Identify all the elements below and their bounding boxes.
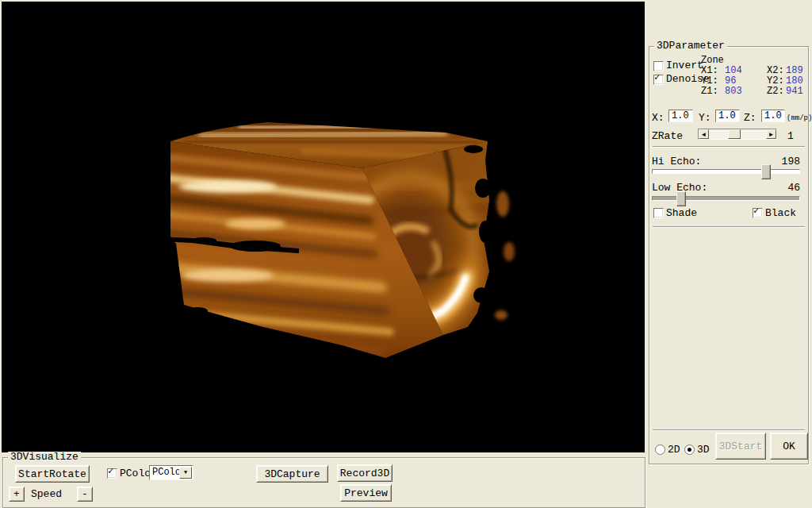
low-echo-slider-thumb[interactable] <box>676 191 686 206</box>
zone-x2-label: X2: <box>767 66 784 75</box>
scale-y-label: Y: <box>699 113 711 123</box>
scale-y-input[interactable] <box>715 110 740 122</box>
start-rotate-button[interactable]: StartRotate <box>15 465 90 483</box>
speed-minus-button[interactable]: - <box>77 487 93 502</box>
zone-z1-label: Z1: <box>701 87 718 96</box>
ok-button[interactable]: OK <box>770 433 808 460</box>
separator <box>653 226 805 228</box>
black-label: Black <box>765 208 796 218</box>
hi-echo-label: Hi Echo: <box>652 156 701 167</box>
check-icon: ✓ <box>753 206 759 216</box>
scale-unit-label: (mm/p) <box>787 114 812 124</box>
parameter-groupbox: 3DParameter ✓ Invert ✓ Denoise Zone X1: … <box>649 46 809 464</box>
visualize-group-title: 3DVisualize <box>8 452 81 463</box>
render-viewport[interactable] <box>2 2 645 452</box>
radio-dot <box>688 448 691 452</box>
zone-x1-label: X1: <box>701 66 718 75</box>
ultrasound-volume <box>2 2 645 452</box>
invert-label: Invert <box>666 60 703 71</box>
speed-plus-button[interactable]: + <box>9 487 25 502</box>
start-3d-button[interactable]: 3DStart <box>715 433 766 460</box>
zone-y2-value: 180 <box>786 76 803 86</box>
zone-y2-label: Y2: <box>767 76 784 86</box>
chevron-down-icon[interactable]: ▼ <box>179 467 192 479</box>
hi-echo-slider[interactable] <box>652 169 800 174</box>
record-3d-button[interactable]: Record3D <box>337 464 393 482</box>
hi-echo-value: 198 <box>782 156 800 167</box>
shade-checkbox[interactable]: ✓ <box>653 208 664 218</box>
visualize-groupbox: 3DVisualize StartRotate ✓ PColor PColor … <box>2 457 645 508</box>
zrate-value: 1 <box>787 131 794 141</box>
zone-x2-value: 189 <box>786 66 803 75</box>
denoise-checkbox[interactable]: ✓ <box>653 75 664 85</box>
zone-z1-value: 803 <box>725 87 742 96</box>
low-echo-slider[interactable] <box>652 196 800 201</box>
zrate-scroll-thumb[interactable] <box>728 129 741 139</box>
zone-x1-value: 104 <box>725 66 742 75</box>
volume-edge-fragments <box>495 191 515 320</box>
parameter-group-title: 3DParameter <box>654 40 727 52</box>
scale-x-input[interactable] <box>668 110 693 122</box>
scale-z-label: Z: <box>744 113 756 123</box>
pcolor-checkbox[interactable]: ✓ <box>107 468 117 479</box>
black-checkbox[interactable]: ✓ <box>753 208 763 218</box>
pcolor-dropdown[interactable]: PColor ▼ <box>149 465 193 480</box>
mode-3d-radio[interactable] <box>684 444 695 455</box>
separator <box>653 146 805 148</box>
speed-label: Speed <box>31 489 62 499</box>
hi-echo-slider-thumb[interactable] <box>761 164 771 179</box>
separator <box>653 429 805 431</box>
zone-z2-label: Z2: <box>767 87 784 96</box>
mode-2d-radio[interactable] <box>655 444 665 455</box>
zone-y1-value: 96 <box>725 76 736 86</box>
mode-3d-label: 3D <box>697 444 710 455</box>
scale-x-label: X: <box>652 113 665 123</box>
shade-label: Shade <box>666 208 697 218</box>
scroll-left-icon[interactable]: ◄ <box>699 129 709 139</box>
zone-z2-value: 941 <box>786 87 803 96</box>
scale-z-input[interactable] <box>761 110 785 122</box>
check-icon: ✓ <box>654 73 660 83</box>
zone-title: Zone <box>701 56 724 65</box>
zone-y1-label: Y1: <box>701 76 718 86</box>
mode-2d-label: 2D <box>668 444 680 455</box>
low-echo-value: 46 <box>787 183 800 193</box>
capture-3d-button[interactable]: 3DCapture <box>256 465 328 483</box>
zrate-scrollbar[interactable]: ◄ ► <box>698 129 777 140</box>
zrate-label: ZRate <box>652 131 683 141</box>
app-window: { "viewport": { "description": "3D ultra… <box>0 0 812 508</box>
invert-checkbox[interactable]: ✓ <box>653 61 664 71</box>
scroll-right-icon[interactable]: ► <box>766 129 776 139</box>
preview-button[interactable]: Preview <box>340 484 392 502</box>
check-icon: ✓ <box>108 467 113 476</box>
